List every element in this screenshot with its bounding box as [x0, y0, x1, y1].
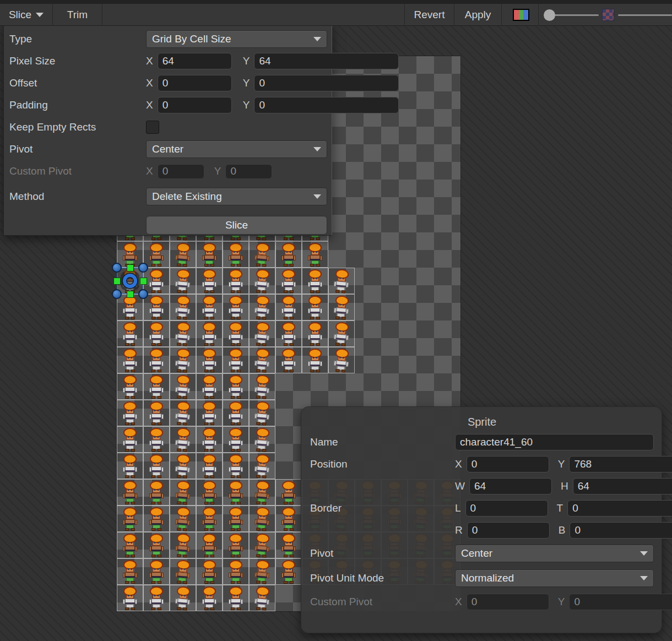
sprite-cell[interactable]: [196, 320, 223, 347]
trim-button[interactable]: Trim: [53, 4, 102, 26]
sprite-cell[interactable]: [249, 320, 275, 347]
sprite-cell[interactable]: [275, 241, 302, 268]
sprite-cell[interactable]: [196, 453, 223, 479]
sprite-cell[interactable]: [143, 347, 170, 373]
sprite-cell[interactable]: [302, 320, 328, 347]
sprite-cell[interactable]: [143, 558, 170, 585]
sprite-cell[interactable]: [302, 268, 328, 294]
sprite-cell[interactable]: [249, 453, 275, 479]
sprite-cell[interactable]: [223, 347, 249, 373]
width-input[interactable]: [469, 478, 552, 495]
sprite-cell[interactable]: [249, 241, 275, 268]
sprite-cell[interactable]: [249, 558, 275, 585]
pixel-size-y-input[interactable]: [254, 53, 399, 69]
slice-menu-button[interactable]: Slice: [0, 4, 52, 26]
sprite-cell[interactable]: [196, 585, 223, 611]
pivot-dropdown[interactable]: Center: [146, 140, 327, 158]
offset-x-input[interactable]: [158, 75, 232, 91]
sprite-cell[interactable]: [196, 268, 223, 294]
sprite-cell[interactable]: [328, 268, 355, 294]
sprite-cell[interactable]: [170, 294, 196, 320]
sprite-cell[interactable]: [275, 506, 302, 532]
sprite-cell[interactable]: [328, 294, 355, 320]
sprite-cell[interactable]: [223, 294, 249, 320]
sprite-cell[interactable]: [249, 347, 275, 373]
sprite-cell[interactable]: [249, 268, 275, 294]
sprite-cell[interactable]: [275, 294, 302, 320]
sprite-cell[interactable]: [143, 506, 170, 532]
sprite-cell[interactable]: [170, 347, 196, 373]
sprite-cell[interactable]: [223, 241, 249, 268]
sprite-cell[interactable]: [170, 320, 196, 347]
position-x-input[interactable]: [467, 456, 549, 472]
sprite-cell[interactable]: [275, 558, 302, 585]
sprite-cell[interactable]: [275, 479, 302, 506]
sprite-cell[interactable]: [223, 268, 249, 294]
edge-resize-handle[interactable]: [140, 278, 147, 285]
sprite-cell[interactable]: [143, 241, 170, 268]
sprite-cell[interactable]: [223, 558, 249, 585]
sprite-cell[interactable]: [117, 294, 143, 320]
sprite-cell[interactable]: [196, 506, 223, 532]
sprite-name-input[interactable]: [455, 434, 654, 450]
sprite-cell[interactable]: [170, 268, 196, 294]
slice-button[interactable]: Slice: [146, 216, 327, 235]
zoom-slider-knob[interactable]: [544, 9, 555, 21]
sprite-cell[interactable]: [196, 558, 223, 585]
sprite-cell[interactable]: [223, 426, 249, 453]
sprite-cell[interactable]: [117, 558, 143, 585]
sprite-cell[interactable]: [302, 241, 328, 268]
sprite-cell[interactable]: [196, 241, 223, 268]
padding-x-input[interactable]: [158, 97, 232, 113]
sprite-cell[interactable]: [196, 426, 223, 453]
edge-resize-handle[interactable]: [127, 291, 134, 298]
sprite-cell[interactable]: [302, 347, 328, 373]
corner-resize-handle[interactable]: [138, 289, 148, 299]
sprite-cell[interactable]: [223, 453, 249, 479]
sprite-cell[interactable]: [223, 532, 249, 558]
pivot-handle[interactable]: [123, 274, 137, 288]
sprite-cell[interactable]: [249, 373, 275, 400]
sprite-cell[interactable]: [249, 400, 275, 426]
sprite-cell[interactable]: [249, 585, 275, 611]
sprite-cell[interactable]: [275, 268, 302, 294]
sprite-cell[interactable]: [223, 479, 249, 506]
zoom-slider-track[interactable]: [549, 14, 599, 16]
sprite-cell[interactable]: [249, 479, 275, 506]
border-t-input[interactable]: [567, 500, 672, 517]
sprite-cell[interactable]: [170, 558, 196, 585]
position-y-input[interactable]: [569, 456, 672, 472]
sprite-cell[interactable]: [170, 241, 196, 268]
sprite-cell[interactable]: [170, 453, 196, 479]
color-alpha-toggle-icon[interactable]: [513, 9, 529, 21]
sprite-cell[interactable]: [170, 479, 196, 506]
sprite-cell[interactable]: [223, 506, 249, 532]
sprite-cell[interactable]: [170, 400, 196, 426]
sprite-cell[interactable]: [117, 585, 143, 611]
sprite-cell[interactable]: [249, 294, 275, 320]
revert-button[interactable]: Revert: [405, 4, 454, 26]
pivot-unit-mode-dropdown[interactable]: Normalized: [455, 569, 654, 587]
sprite-cell[interactable]: [117, 453, 143, 479]
edge-resize-handle[interactable]: [127, 264, 134, 271]
sprite-cell[interactable]: [117, 373, 143, 400]
sprite-cell[interactable]: [170, 426, 196, 453]
border-r-input[interactable]: [467, 522, 550, 539]
sprite-cell[interactable]: [143, 320, 170, 347]
sprite-cell[interactable]: [117, 506, 143, 532]
sprite-cell[interactable]: [223, 320, 249, 347]
keep-empty-rects-checkbox[interactable]: [146, 121, 159, 134]
sprite-cell[interactable]: [223, 373, 249, 400]
pixel-size-x-input[interactable]: [158, 53, 232, 69]
sprite-cell[interactable]: [328, 347, 355, 373]
sprite-cell[interactable]: [249, 426, 275, 453]
sprite-cell[interactable]: [275, 320, 302, 347]
sprite-cell[interactable]: [223, 400, 249, 426]
apply-button[interactable]: Apply: [454, 4, 501, 26]
sprite-cell[interactable]: [143, 532, 170, 558]
sprite-cell[interactable]: [196, 373, 223, 400]
sprite-cell[interactable]: [143, 400, 170, 426]
border-b-input[interactable]: [570, 522, 672, 539]
sprite-cell[interactable]: [143, 268, 170, 294]
sprite-cell[interactable]: [275, 532, 302, 558]
